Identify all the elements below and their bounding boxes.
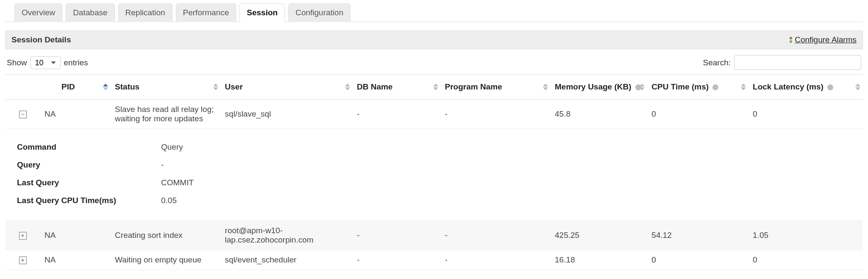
detail-command-value: Query — [161, 142, 183, 152]
search-label: Search: — [703, 58, 731, 67]
col-status-label: Status — [115, 82, 139, 91]
alarm-icon — [790, 37, 792, 43]
col-program-header[interactable]: Program Name — [441, 75, 551, 100]
detail-last-query-label: Last Query — [17, 178, 144, 187]
col-dbname-header[interactable]: DB Name — [353, 75, 441, 100]
table-header-row: PID Status User — [5, 75, 863, 100]
col-user-header[interactable]: User — [221, 75, 353, 100]
configure-alarms-link[interactable]: Configure Alarms — [790, 35, 857, 45]
sort-icon — [103, 84, 108, 90]
sort-icon — [433, 84, 438, 90]
cell-cpu: 0 — [647, 250, 748, 270]
cell-pid: NA — [40, 221, 111, 250]
cell-pid: NA — [40, 100, 111, 129]
col-cpu-label: CPU Time (ms) — [651, 82, 709, 91]
length-show-label: Show — [7, 58, 27, 67]
col-lock-header[interactable]: Lock Latency (ms) — [748, 75, 863, 100]
cell-memory: 16.18 — [551, 250, 647, 270]
cell-dbname: - — [353, 100, 441, 129]
tab-replication[interactable]: Replication — [118, 3, 172, 22]
table-row-details: Command Query Query - Last Query COMMIT — [5, 129, 863, 221]
cell-cpu: 54.12 — [647, 221, 748, 250]
col-cpu-header[interactable]: CPU Time (ms) — [647, 75, 748, 100]
detail-last-query-value: COMMIT — [161, 178, 194, 187]
cell-dbname: - — [353, 221, 441, 250]
detail-last-query-cpu-label: Last Query CPU Time(ms) — [17, 196, 144, 205]
tab-database[interactable]: Database — [66, 3, 114, 22]
panel-title: Session Details — [11, 35, 71, 45]
cell-program: - — [441, 100, 551, 129]
col-pid-label: PID — [45, 82, 75, 91]
table-row: + NA Creating sort index root@apm-w10-la… — [5, 221, 863, 250]
cell-dbname: - — [353, 250, 441, 270]
cell-status: Waiting on empty queue — [111, 250, 220, 270]
configure-alarms-label: Configure Alarms — [795, 35, 857, 45]
cell-user: root@apm-w10-lap.csez.zohocorpin.com — [221, 221, 353, 250]
col-memory-header[interactable]: Memory Usage (KB) — [551, 75, 647, 100]
tab-configuration[interactable]: Configuration — [288, 3, 351, 22]
panel-header: Session Details Configure Alarms — [5, 31, 863, 49]
cell-lock: 0 — [748, 250, 863, 270]
cell-program: - — [441, 250, 551, 270]
tab-session[interactable]: Session — [239, 3, 285, 22]
cell-user: sql/event_scheduler — [221, 250, 353, 270]
cell-pid: NA — [40, 250, 111, 270]
cell-status: Creating sort index — [111, 221, 220, 250]
sort-icon — [345, 84, 350, 90]
tab-performance[interactable]: Performance — [176, 3, 236, 22]
session-table: PID Status User — [5, 74, 863, 270]
sort-icon — [543, 84, 548, 90]
col-status-header[interactable]: Status — [111, 75, 220, 100]
col-dbname-label: DB Name — [357, 82, 392, 91]
col-memory-label: Memory Usage (KB) — [555, 82, 632, 91]
info-icon[interactable] — [827, 84, 833, 90]
col-program-label: Program Name — [445, 82, 502, 91]
expand-toggle[interactable]: + — [19, 232, 27, 240]
table-controls: Show 102550100 entries Search: — [5, 49, 863, 74]
sort-icon — [213, 84, 218, 90]
sort-icon — [741, 84, 746, 90]
col-pid-header[interactable]: PID — [40, 75, 111, 100]
cell-program: - — [441, 221, 551, 250]
col-user-label: User — [225, 82, 243, 91]
length-entries-label: entries — [64, 58, 88, 67]
cell-memory: 45.8 — [551, 100, 647, 129]
col-toggle-header — [5, 75, 40, 100]
length-select[interactable]: 102550100 — [31, 56, 61, 69]
tab-overview[interactable]: Overview — [14, 3, 62, 22]
info-icon[interactable] — [712, 84, 718, 90]
cell-lock: 1.05 — [748, 221, 863, 250]
table-row: + NA Waiting on empty queue sql/event_sc… — [5, 250, 863, 270]
detail-last-query-cpu-value: 0.05 — [161, 196, 177, 205]
expand-toggle[interactable]: + — [19, 257, 27, 264]
detail-query-value: - — [161, 160, 164, 170]
cell-status: Slave has read all relay log; waiting fo… — [111, 100, 220, 129]
table-row: − NA Slave has read all relay log; waiti… — [5, 100, 863, 129]
cell-cpu: 0 — [647, 100, 748, 129]
sort-icon — [640, 84, 645, 90]
col-lock-label: Lock Latency (ms) — [753, 82, 823, 91]
cell-user: sql/slave_sql — [221, 100, 353, 129]
tabs-bar: Overview Database Replication Performanc… — [5, 3, 863, 22]
collapse-toggle[interactable]: − — [19, 111, 27, 118]
cell-lock: 0 — [748, 100, 863, 129]
sort-icon — [855, 84, 860, 90]
detail-command-label: Command — [17, 142, 144, 152]
cell-memory: 425.25 — [551, 221, 647, 250]
detail-query-label: Query — [17, 160, 144, 170]
search-input[interactable] — [734, 55, 861, 70]
